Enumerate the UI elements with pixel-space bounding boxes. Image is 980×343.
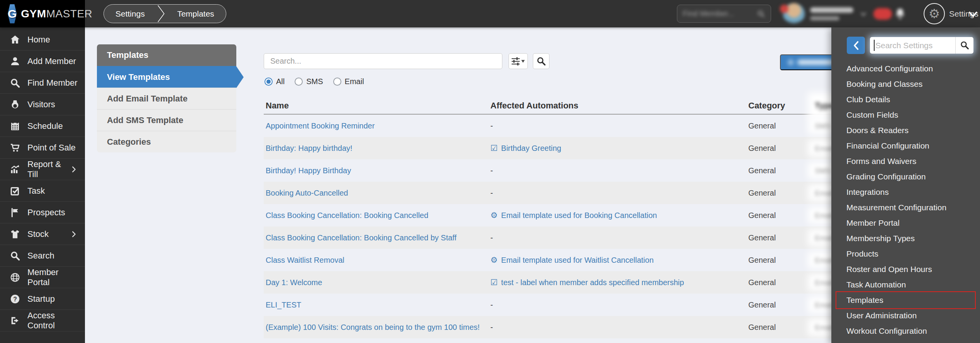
- settings-panel-item[interactable]: Forms and Waivers: [831, 154, 980, 169]
- settings-panel-item[interactable]: Financial Configuration: [831, 138, 980, 154]
- template-name-link[interactable]: Birthday! Happy Birthday: [266, 166, 351, 175]
- sidebar-item[interactable]: Home: [0, 29, 85, 51]
- settings-panel-item-label: Membership Types: [846, 234, 915, 243]
- checkbox-icon: ☑: [490, 144, 498, 153]
- template-name-link[interactable]: Class Waitlist Removal: [266, 256, 344, 265]
- sidebar-item-label: Member Portal: [27, 267, 78, 287]
- template-search-input[interactable]: [264, 53, 502, 69]
- breadcrumb-chevron-icon: [156, 4, 166, 23]
- settings-search-group: [870, 37, 973, 54]
- settings-panel-item[interactable]: Workout Configuration: [831, 323, 980, 339]
- settings-panel-item[interactable]: Membership Types: [831, 231, 980, 246]
- settings-panel-item[interactable]: Advanced Configuration: [831, 61, 980, 76]
- run-search-button[interactable]: [533, 53, 549, 69]
- chevron-down-icon: [860, 12, 866, 16]
- sidebar-item[interactable]: Schedule: [0, 115, 85, 137]
- submenu-item-label: Categories: [107, 137, 151, 147]
- sidebar-item[interactable]: Prospects: [0, 202, 85, 223]
- automation-link[interactable]: ⚙Email template used for Booking Cancell…: [490, 211, 657, 220]
- settings-panel-item[interactable]: Integrations: [831, 184, 980, 200]
- settings-panel-item[interactable]: Grading Configuration: [831, 169, 980, 184]
- automation-link[interactable]: ⚙Email template used for Waitlist Cancel…: [490, 255, 654, 265]
- submenu-item[interactable]: Categories: [97, 131, 236, 152]
- sidebar-item[interactable]: Add Member: [0, 51, 85, 72]
- automation-link[interactable]: ☑Birthday Greeting: [490, 144, 561, 153]
- type-filter-radios: All SMS Email: [264, 77, 364, 86]
- settings-search-button[interactable]: [955, 37, 973, 54]
- settings-panel-item[interactable]: Doors & Readers: [831, 123, 980, 138]
- sidebar-item[interactable]: Report & Till: [0, 159, 85, 180]
- user-menu[interactable]: [783, 2, 866, 26]
- template-name-link[interactable]: Appointment Booking Reminder: [266, 122, 375, 130]
- sidebar-item-label: Add Member: [27, 56, 76, 66]
- settings-panel-item[interactable]: Task Automation: [831, 277, 980, 292]
- plus-icon: [788, 59, 793, 65]
- template-name-link[interactable]: (Example) 100 Visits: Congrats on being …: [266, 323, 480, 332]
- radio-label: SMS: [306, 77, 323, 86]
- type-filter-radio[interactable]: All: [264, 77, 285, 86]
- breadcrumb-settings[interactable]: Settings: [104, 9, 156, 19]
- settings-panel-item[interactable]: Templates: [831, 292, 980, 308]
- settings-panel-item-label: Workout Configuration: [846, 326, 927, 335]
- filter-options-button[interactable]: [509, 53, 528, 69]
- gear-icon: ⚙: [490, 211, 498, 220]
- sidebar-item-label: Schedule: [27, 121, 63, 131]
- submenu-item-label: Add Email Template: [107, 94, 188, 104]
- col-name: Name: [266, 97, 289, 115]
- notification-badge: [780, 5, 788, 13]
- template-name-link[interactable]: Class Booking Cancellation: Booking Canc…: [266, 211, 428, 220]
- automation-none: -: [490, 189, 493, 198]
- chevron-left-icon: [853, 41, 860, 51]
- template-name-link[interactable]: Day 1: Welcome: [266, 278, 322, 287]
- settings-panel-item[interactable]: User Administration: [831, 308, 980, 323]
- search-icon: [9, 250, 21, 261]
- submenu-item[interactable]: View Templates: [97, 66, 236, 88]
- settings-panel-item[interactable]: Roster and Open Hours: [831, 262, 980, 277]
- automation-none: -: [490, 301, 493, 309]
- automation-link[interactable]: ☑test - label when member adds specified…: [490, 278, 684, 287]
- template-name-link[interactable]: Birthday: Happy birthday!: [266, 144, 353, 153]
- template-name-link[interactable]: Booking Auto-Cancelled: [266, 189, 348, 198]
- template-name-link[interactable]: ELI_TEST: [266, 301, 301, 309]
- checkbox-icon: ☑: [490, 278, 498, 287]
- type-filter-radio[interactable]: SMS: [295, 77, 323, 86]
- prospects-icon: [9, 207, 21, 218]
- sidebar-item[interactable]: Member Portal: [0, 267, 85, 288]
- automation-none: -: [490, 233, 493, 242]
- settings-panel-item[interactable]: Products: [831, 246, 980, 262]
- find-member-search[interactable]: [677, 5, 771, 23]
- breadcrumb-templates[interactable]: Templates: [166, 9, 226, 19]
- find-member-input[interactable]: [683, 9, 757, 18]
- settings-panel-item[interactable]: Measurement Configuration: [831, 200, 980, 215]
- sidebar-item[interactable]: ? Startup: [0, 288, 85, 310]
- sidebar-item[interactable]: Visitors: [0, 94, 85, 115]
- schedule-icon: [9, 121, 21, 132]
- settings-panel-item[interactable]: Booking and Classes: [831, 76, 980, 92]
- settings-panel-item[interactable]: Member Portal: [831, 215, 980, 231]
- panel-back-button[interactable]: [847, 37, 865, 54]
- submenu-item[interactable]: Add SMS Template: [97, 109, 236, 131]
- sidebar-item[interactable]: Find Member: [0, 72, 85, 94]
- app-logo[interactable]: G GYMMASTER: [0, 0, 85, 27]
- sidebar-item[interactable]: Access Control: [0, 310, 85, 331]
- category-cell: General: [748, 189, 776, 198]
- sidebar-item[interactable]: Search: [0, 245, 85, 267]
- submenu-item[interactable]: Add Email Template: [97, 88, 236, 109]
- sidebar-item[interactable]: Point of Sale: [0, 137, 85, 159]
- template-name-link[interactable]: Class Booking Cancellation: Booking Canc…: [266, 233, 456, 242]
- sidebar-item-label: Startup: [27, 294, 55, 304]
- settings-search-input[interactable]: [870, 37, 955, 54]
- alerts-button[interactable]: [873, 5, 906, 23]
- sidebar-item-label: Search: [27, 251, 54, 261]
- settings-panel-item[interactable]: Custom Fields: [831, 107, 980, 123]
- sidebar-item[interactable]: Task: [0, 180, 85, 202]
- member-portal-icon: [9, 272, 21, 283]
- settings-panel-item-label: Booking and Classes: [846, 79, 922, 88]
- sidebar-item[interactable]: Stock: [0, 223, 85, 245]
- radio-circle-icon: [264, 78, 273, 86]
- type-filter-radio[interactable]: Email: [333, 77, 364, 86]
- category-cell: General: [748, 278, 776, 287]
- category-cell: General: [748, 144, 776, 153]
- settings-menu-button[interactable]: ⚙: [924, 3, 945, 24]
- settings-panel-item[interactable]: Club Details: [831, 92, 980, 107]
